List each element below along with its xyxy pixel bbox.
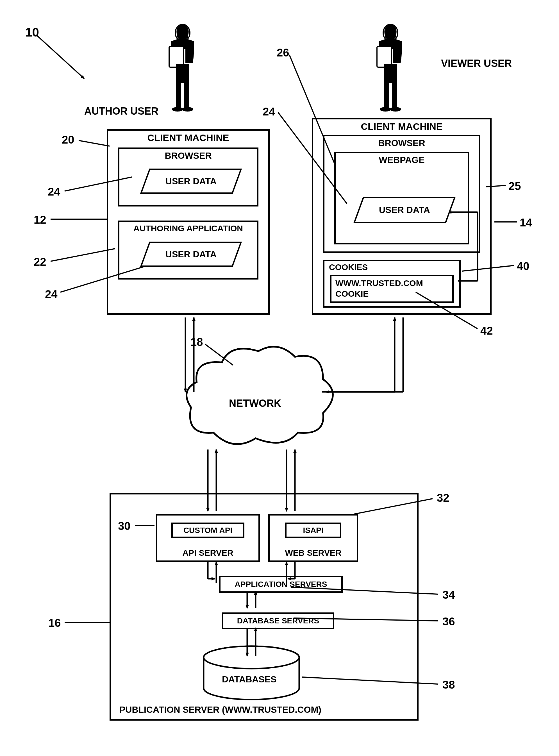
publication-server: PUBLICATION SERVER (WWW.TRUSTED.COM) CUS… xyxy=(110,493,419,720)
user-data-left-1-label: USER DATA xyxy=(165,176,217,186)
web-server-title: WEB SERVER xyxy=(270,548,357,558)
ref-24b: 24 xyxy=(45,288,58,301)
cookie-line2: COOKIE xyxy=(335,289,452,299)
cookie-entry: WWW.TRUSTED.COM COOKIE xyxy=(330,275,454,303)
ref-14: 14 xyxy=(520,216,532,229)
cookies: COOKIES WWW.TRUSTED.COM COOKIE xyxy=(323,260,461,308)
svg-line-29 xyxy=(37,35,84,79)
user-data-left-1: USER DATA xyxy=(140,169,242,194)
network-label: NETWORK xyxy=(229,398,281,409)
publication-server-title: PUBLICATION SERVER (WWW.TRUSTED.COM) xyxy=(119,705,321,715)
ref-24a: 24 xyxy=(48,185,60,198)
api-server: CUSTOM API API SERVER xyxy=(156,514,260,562)
authoring-app: AUTHORING APPLICATION USER DATA xyxy=(118,221,259,280)
browser-left: BROWSER USER DATA xyxy=(118,148,259,206)
ref-12: 12 xyxy=(34,214,46,226)
browser-right: BROWSER WEBPAGE USER DATA xyxy=(323,135,480,253)
ref-24c: 24 xyxy=(263,105,275,118)
browser-right-title: BROWSER xyxy=(325,138,479,148)
ref-22: 22 xyxy=(34,255,46,268)
isapi: ISAPI xyxy=(285,522,341,538)
browser-left-title: BROWSER xyxy=(119,151,257,161)
database-servers: DATABASE SERVERS xyxy=(222,613,334,629)
ref-38: 38 xyxy=(442,679,455,691)
client-machine-left-title: CLIENT MACHINE xyxy=(108,132,268,143)
databases-label: DATABASES xyxy=(222,674,276,685)
cookies-title: COOKIES xyxy=(329,262,459,272)
ref-10: 10 xyxy=(25,25,39,39)
webpage-title: WEBPAGE xyxy=(336,155,468,165)
ref-36: 36 xyxy=(442,615,455,628)
user-data-left-2-label: USER DATA xyxy=(165,249,217,260)
user-data-right: USER DATA xyxy=(353,197,456,223)
ref-32: 32 xyxy=(437,492,449,504)
user-data-right-label: USER DATA xyxy=(379,205,430,215)
ref-34: 34 xyxy=(442,588,455,601)
viewer-user-label: VIEWER USER xyxy=(441,58,512,69)
ref-26: 26 xyxy=(277,46,289,59)
ref-42: 42 xyxy=(480,325,493,337)
svg-line-33 xyxy=(50,249,115,261)
cookie-line1: WWW.TRUSTED.COM xyxy=(335,278,452,289)
application-servers: APPLICATION SERVERS xyxy=(219,576,343,593)
svg-line-30 xyxy=(79,140,110,146)
ref-18: 18 xyxy=(191,336,203,348)
client-machine-left: CLIENT MACHINE BROWSER USER DATA AUTHORI… xyxy=(107,129,270,315)
client-machine-right-title: CLIENT MACHINE xyxy=(313,121,490,132)
ref-16: 16 xyxy=(48,617,61,629)
ref-20: 20 xyxy=(62,133,74,146)
ref-25: 25 xyxy=(509,180,521,193)
author-user-label: AUTHOR USER xyxy=(84,105,158,117)
authoring-app-title: AUTHORING APPLICATION xyxy=(119,224,257,233)
custom-api: CUSTOM API xyxy=(171,522,244,538)
ref-40: 40 xyxy=(517,260,530,272)
api-server-title: API SERVER xyxy=(157,548,259,558)
user-data-left-2: USER DATA xyxy=(140,242,242,267)
web-server: ISAPI WEB SERVER xyxy=(268,514,358,562)
client-machine-right: CLIENT MACHINE BROWSER WEBPAGE USER DATA… xyxy=(312,118,492,315)
webpage: WEBPAGE USER DATA xyxy=(334,152,469,244)
